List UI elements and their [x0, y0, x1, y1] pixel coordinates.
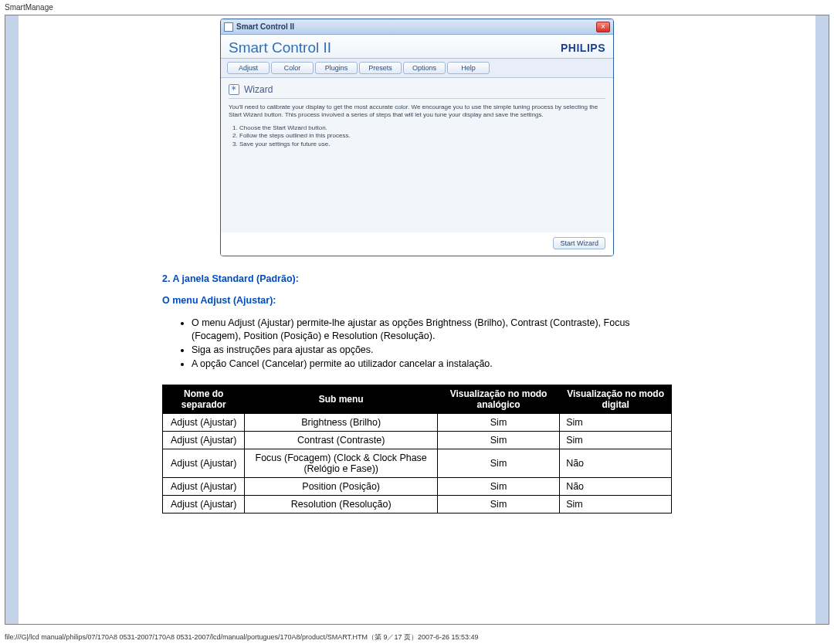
cell: Não: [560, 449, 672, 477]
cell: Adjust (Ajustar): [163, 477, 245, 495]
table-row: Adjust (Ajustar) Focus (Focagem) (Clock …: [163, 449, 672, 477]
close-icon[interactable]: ×: [596, 22, 610, 32]
tab-help[interactable]: Help: [447, 62, 490, 74]
cell: Position (Posição): [245, 477, 437, 495]
tab-plugins[interactable]: Plugins: [315, 62, 358, 74]
cell: Resolution (Resolução): [245, 495, 437, 513]
wizard-step: Save your settings for future use.: [239, 141, 605, 148]
right-sidebar: [815, 15, 829, 624]
cell: Adjust (Ajustar): [163, 449, 245, 477]
tab-adjust[interactable]: Adjust: [227, 62, 270, 74]
cell: Brightness (Brilho): [245, 413, 437, 431]
th-analog: Visualização no modo analógico: [437, 385, 559, 413]
list-item: O menu Adjust (Ajustar) permite-lhe ajus…: [192, 317, 672, 343]
th-submenu: Sub menu: [245, 385, 437, 413]
table-row: Adjust (Ajustar) Position (Posição) Sim …: [163, 477, 672, 495]
cell: Adjust (Ajustar): [163, 431, 245, 449]
cell: Focus (Focagem) (Clock & Clock Phase (Re…: [245, 449, 437, 477]
tab-color[interactable]: Color: [271, 62, 314, 74]
cell: Adjust (Ajustar): [163, 495, 245, 513]
cell: Sim: [437, 431, 559, 449]
page-frame: Smart Control II × Smart Control II PHIL…: [5, 15, 829, 625]
wizard-step: Choose the Start Wizard button.: [239, 124, 605, 132]
cell: Adjust (Ajustar): [163, 413, 245, 431]
cell: Sim: [437, 477, 559, 495]
titlebar-text: Smart Control II: [236, 22, 595, 31]
wizard-label: Wizard: [244, 84, 273, 95]
tab-options[interactable]: Options: [403, 62, 446, 74]
app-icon: [224, 22, 233, 32]
left-sidebar: [5, 15, 19, 624]
list-item: Siga as instruções para ajustar as opçõe…: [192, 344, 672, 357]
wizard-icon: [229, 84, 239, 95]
cell: Contrast (Contraste): [245, 431, 437, 449]
brand-logo: PHILIPS: [561, 42, 605, 54]
th-digital: Visualização no modo digital: [560, 385, 672, 413]
wizard-step: Follow the steps outlined in this proces…: [239, 132, 605, 140]
options-table: Nome do separador Sub menu Visualização …: [162, 385, 672, 514]
cell: Sim: [437, 413, 559, 431]
cell: Sim: [560, 495, 672, 513]
table-header-row: Nome do separador Sub menu Visualização …: [163, 385, 672, 413]
titlebar: Smart Control II ×: [221, 19, 613, 35]
tab-bar: Adjust Color Plugins Presets Options Hel…: [221, 59, 613, 78]
wizard-panel: Wizard You'll need to calibrate your dis…: [221, 78, 613, 232]
cell: Não: [560, 477, 672, 495]
heading-standard: 2. A janela Standard (Padrão):: [162, 273, 672, 284]
cell: Sim: [437, 495, 559, 513]
wizard-intro: You'll need to calibrate your display to…: [229, 103, 605, 120]
page-header: SmartManage: [0, 0, 834, 15]
app-window: Smart Control II × Smart Control II PHIL…: [220, 19, 614, 256]
start-wizard-button[interactable]: Start Wizard: [553, 237, 605, 249]
th-tab: Nome do separador: [163, 385, 245, 413]
heading-adjust: O menu Adjust (Ajustar):: [162, 295, 672, 306]
table-row: Adjust (Ajustar) Brightness (Brilho) Sim…: [163, 413, 672, 431]
table-row: Adjust (Ajustar) Contrast (Contraste) Si…: [163, 431, 672, 449]
cell: Sim: [560, 413, 672, 431]
list-item: A opção Cancel (Cancelar) permite ao uti…: [192, 358, 672, 371]
cell: Sim: [437, 449, 559, 477]
app-title: Smart Control II: [229, 39, 331, 56]
tab-presets[interactable]: Presets: [359, 62, 402, 74]
table-row: Adjust (Ajustar) Resolution (Resolução) …: [163, 495, 672, 513]
cell: Sim: [560, 431, 672, 449]
bullet-list: O menu Adjust (Ajustar) permite-lhe ajus…: [162, 317, 672, 371]
